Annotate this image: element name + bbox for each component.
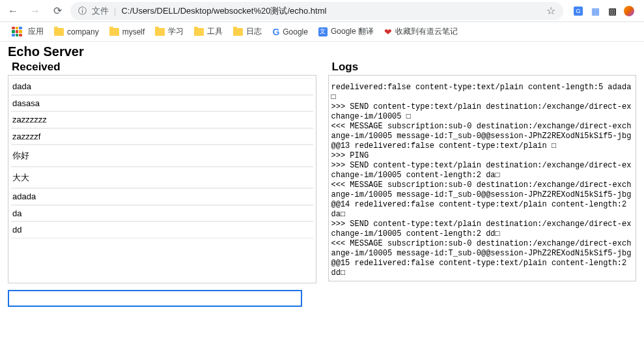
back-button[interactable]: ← [4, 2, 22, 20]
bookmark-folder[interactable]: myself [104, 25, 150, 39]
qr-ext-icon[interactable]: ▩ [606, 5, 618, 17]
received-item: dasasa [11, 95, 313, 112]
bookmark-label: 学习 [168, 26, 184, 37]
logs-panel[interactable]: redelivered:false content-type:text/plai… [328, 75, 637, 281]
firefox-ext-icon[interactable] [623, 5, 635, 17]
youdao-icon: ❤ [384, 27, 392, 37]
page-content: Echo Server Received dadadasasazazzzzzzz… [0, 42, 644, 309]
logs-heading: Logs [332, 61, 637, 74]
received-item: zazzzzf [11, 128, 313, 145]
translate-ext-icon[interactable]: G [572, 5, 584, 17]
folder-icon [194, 28, 204, 36]
apps-shortcut[interactable]: 应用 [7, 23, 49, 40]
bookmark-youdao[interactable]: ❤ 收藏到有道云笔记 [379, 23, 463, 40]
received-item: 你好 [11, 145, 313, 167]
page-title: Echo Server [8, 44, 636, 59]
bookmark-folder[interactable]: 学习 [150, 23, 189, 40]
received-item: zazzzzzz [11, 111, 313, 128]
bookmark-star-icon[interactable]: ☆ [546, 5, 555, 17]
forward-button[interactable]: → [26, 2, 44, 20]
logs-text: redelivered:false content-type:text/plai… [331, 83, 634, 278]
folder-icon [155, 28, 165, 36]
address-bar[interactable]: ⓘ 文件 | C:/Users/DELL/Desktop/websocket%2… [70, 2, 563, 20]
apps-icon [12, 27, 22, 37]
addr-prefix: 文件 [92, 5, 109, 17]
received-item: 大大 [11, 167, 313, 189]
received-item: da [11, 205, 313, 222]
bookmark-label: 工具 [207, 26, 223, 37]
bookmark-folder[interactable]: company [49, 25, 104, 39]
bookmark-google-translate[interactable]: 文 Google 翻译 [313, 23, 379, 40]
google-icon: G [272, 27, 279, 37]
bookmark-label: myself [122, 27, 145, 36]
received-item: dd [11, 221, 313, 238]
received-item: adada [11, 188, 313, 205]
bookmark-folder[interactable]: 工具 [189, 23, 228, 40]
received-panel: dadadasasazazzzzzzzazzzzf你好大大adadadadd [8, 75, 316, 283]
bookmark-google[interactable]: G Google [267, 24, 313, 40]
bookmark-folder[interactable]: 日志 [228, 23, 267, 40]
bookmark-label: 日志 [246, 26, 262, 37]
folder-icon [109, 28, 119, 36]
bookmark-label: company [67, 27, 99, 36]
addr-url: C:/Users/DELL/Desktop/websocket%20测试/ech… [121, 5, 326, 17]
bookmarks-bar: 应用 companymyself学习工具日志 G Google 文 Google… [0, 22, 644, 42]
received-item: dada [11, 78, 313, 95]
browser-toolbar: ← → ⟳ ⓘ 文件 | C:/Users/DELL/Desktop/webso… [0, 0, 644, 22]
translate-icon: 文 [318, 27, 328, 36]
folder-icon [54, 28, 64, 36]
grid-ext-icon[interactable]: ▦ [589, 5, 601, 17]
extensions: G ▦ ▩ [567, 5, 640, 17]
received-heading: Received [12, 61, 316, 74]
info-icon: ⓘ [78, 5, 87, 17]
reload-button[interactable]: ⟳ [48, 2, 66, 20]
message-input[interactable] [8, 290, 302, 307]
folder-icon [233, 28, 243, 36]
